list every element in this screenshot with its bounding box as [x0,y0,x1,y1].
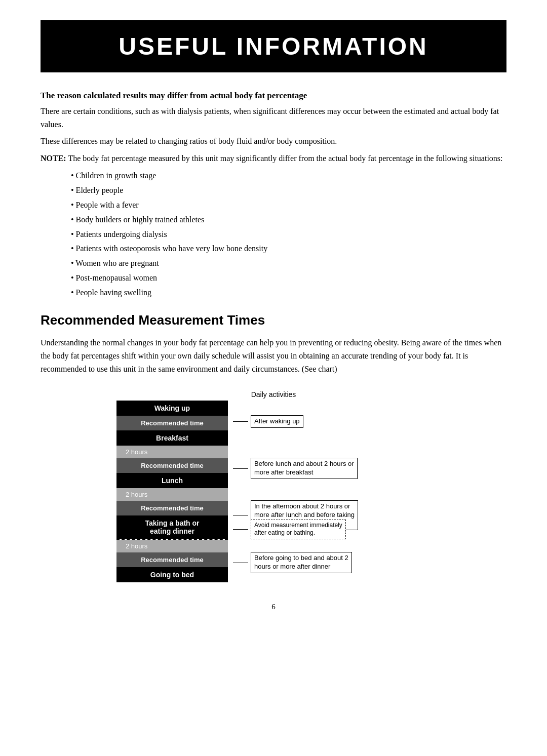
section-heading: The reason calculated results may differ… [41,91,506,101]
annotation-text: Avoid measurement immediately after eati… [251,520,346,539]
annotation-item: Before lunch and about 2 hours or more a… [233,458,395,479]
note-label: NOTE: [41,154,66,163]
timeline-recommended: Recommended time [116,416,228,430]
annotation-text: After waking up [251,415,303,428]
bullet-item: Patients with osteoporosis who have very… [71,242,506,256]
timeline-recommended: Recommended time [116,501,228,515]
annotation-line [233,563,248,563]
rmt-heading: Recommended Measurement Times [41,312,506,328]
bullet-item: Women who are pregnant [71,256,506,271]
annotations: After waking upBefore lunch and about 2 … [233,401,395,582]
annotation-line [233,421,248,422]
bullet-item: Post-menopausal women [71,271,506,286]
section-rmt: Recommended Measurement Times Understand… [41,312,506,376]
section-body-fat: The reason calculated results may differ… [41,91,506,300]
bullet-item: Patients undergoing dialysis [71,227,506,242]
note-block: NOTE: The body fat percentage measured b… [41,152,506,300]
para2: These differences may be related to chan… [41,135,506,148]
note-text: The body fat percentage measured by this… [66,154,503,163]
chart-area: Daily activities Waking upRecommended ti… [41,390,506,582]
rmt-body: Understanding the normal changes in your… [41,336,506,376]
timeline-recommended: Recommended time [116,552,228,567]
page-number: 6 [41,603,506,611]
chart-wrapper: Daily activities Waking upRecommended ti… [116,390,431,582]
bullet-item: Body builders or highly trained athletes [71,213,506,227]
annotation-item: Avoid measurement immediately after eati… [233,520,395,539]
annotation-line [233,515,248,515]
chart-inner: Waking upRecommended timeBreakfast2 hour… [116,401,431,582]
annotation-text: Before lunch and about 2 hours or more a… [251,458,358,479]
page: USEFUL INFORMATION The reason calculated… [0,0,547,756]
page-header: USEFUL INFORMATION [41,20,506,72]
annotation-col: After waking upBefore lunch and about 2 … [228,401,390,582]
timeline-hours: 2 hours [116,540,228,552]
timeline-recommended: Recommended time [116,458,228,473]
timeline-activity: Going to bed [116,567,228,582]
page-title: USEFUL INFORMATION [51,32,496,60]
bullet-item: Children in growth stage [71,169,506,183]
annotation-text: Before going to bed and about 2 hours or… [251,552,352,573]
bullet-item: People with a fever [71,198,506,213]
timeline-activity: Waking up [116,401,228,416]
timeline-activity-two: Taking a bath oreating dinner [116,515,228,539]
timeline-hours: 2 hours [116,488,228,501]
bullet-item: Elderly people [71,183,506,198]
annotation-item: After waking up [233,415,395,428]
annotation-line [233,468,248,469]
bullet-list: Children in growth stageElderly peoplePe… [71,169,506,300]
para1: There are certain conditions, such as wi… [41,105,506,131]
chart-title: Daily activities [116,390,431,399]
annotation-line [233,529,248,530]
timeline-col: Waking upRecommended timeBreakfast2 hour… [116,401,228,582]
timeline-activity: Lunch [116,473,228,488]
bullet-item: People having swelling [71,286,506,300]
annotation-item: Before going to bed and about 2 hours or… [233,552,395,573]
timeline-hours: 2 hours [116,446,228,458]
timeline-activity: Breakfast [116,430,228,446]
